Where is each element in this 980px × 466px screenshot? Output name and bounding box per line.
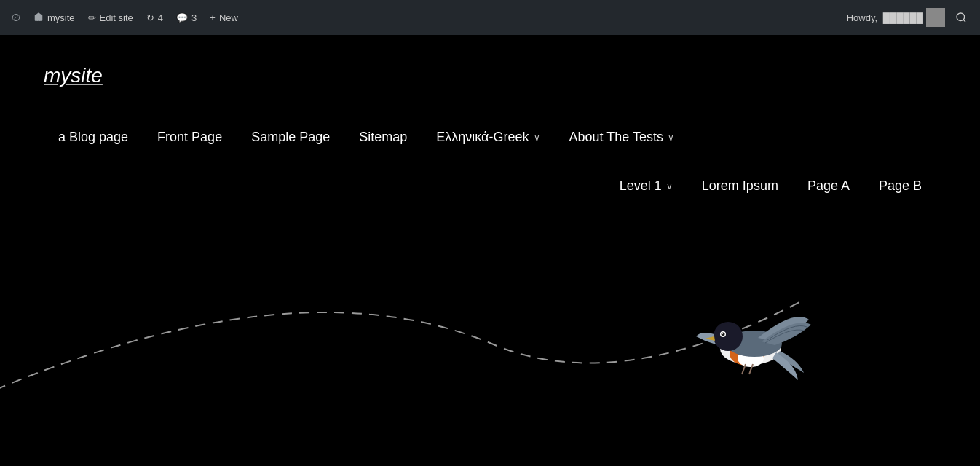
mysite-label: mysite bbox=[47, 12, 75, 23]
nav-item-about[interactable]: About The Tests ∨ bbox=[555, 124, 689, 151]
nav-primary-list: a Blog page Front Page Sample Page Sitem… bbox=[44, 124, 936, 151]
refresh-icon: ↻ bbox=[146, 12, 154, 23]
nav-item-greek[interactable]: Ελληνικά-Greek ∨ bbox=[422, 124, 554, 151]
nav-item-front[interactable]: Front Page bbox=[143, 124, 237, 151]
bird-illustration bbox=[689, 294, 813, 389]
secondary-nav: Level 1 ∨ Lorem Ipsum Page A Page B bbox=[0, 165, 980, 200]
nav-item-lorem[interactable]: Lorem Ipsum bbox=[687, 173, 793, 200]
nav-item-pageb[interactable]: Page B bbox=[864, 173, 936, 200]
admin-bar-right: Howdy, ██████ bbox=[847, 8, 974, 27]
svg-line-1 bbox=[963, 20, 965, 22]
edit-icon: ✏ bbox=[88, 12, 96, 23]
nav-item-sample[interactable]: Sample Page bbox=[237, 124, 344, 151]
mysite-icon bbox=[33, 12, 44, 24]
comments-count: 3 bbox=[191, 12, 197, 23]
svg-point-8 bbox=[722, 333, 725, 336]
about-dropdown-arrow: ∨ bbox=[668, 133, 674, 143]
nav-item-blog[interactable]: a Blog page bbox=[44, 124, 143, 151]
nav-item-level1[interactable]: Level 1 ∨ bbox=[605, 173, 687, 200]
greek-dropdown-arrow: ∨ bbox=[534, 133, 540, 143]
svg-point-0 bbox=[957, 13, 965, 21]
search-button[interactable] bbox=[948, 12, 974, 23]
plus-icon: + bbox=[210, 12, 216, 23]
updates-count: 4 bbox=[158, 12, 163, 23]
primary-nav: a Blog page Front Page Sample Page Sitem… bbox=[0, 102, 980, 165]
username-text: ██████ bbox=[880, 12, 923, 23]
bird-svg bbox=[689, 294, 813, 389]
dashed-arc-svg bbox=[0, 200, 980, 403]
level1-dropdown-arrow: ∨ bbox=[666, 181, 673, 191]
nav-item-sitemap[interactable]: Sitemap bbox=[344, 124, 422, 151]
howdy-text: Howdy, bbox=[847, 12, 877, 23]
site-title[interactable]: mysite bbox=[44, 64, 103, 87]
admin-bar-edit-site[interactable]: ✏ Edit site bbox=[82, 0, 139, 35]
admin-bar-updates[interactable]: ↻ 4 bbox=[141, 0, 169, 35]
admin-bar-mysite[interactable]: mysite bbox=[28, 0, 81, 35]
site-header: mysite bbox=[0, 35, 980, 102]
wordpress-logo[interactable] bbox=[6, 7, 26, 28]
admin-bar: mysite ✏ Edit site ↻ 4 💬 3 + New Howdy, … bbox=[0, 0, 980, 35]
nav-item-pagea[interactable]: Page A bbox=[793, 173, 864, 200]
illustration-area bbox=[0, 200, 980, 403]
svg-point-9 bbox=[722, 333, 723, 334]
avatar[interactable] bbox=[926, 8, 945, 27]
admin-bar-new[interactable]: + New bbox=[204, 0, 244, 35]
comment-icon: 💬 bbox=[176, 12, 188, 23]
new-label: New bbox=[219, 12, 238, 23]
edit-site-label: Edit site bbox=[100, 12, 133, 23]
admin-bar-comments[interactable]: 💬 3 bbox=[170, 0, 202, 35]
svg-point-6 bbox=[714, 322, 743, 351]
site-content: mysite a Blog page Front Page Sample Pag… bbox=[0, 35, 980, 466]
